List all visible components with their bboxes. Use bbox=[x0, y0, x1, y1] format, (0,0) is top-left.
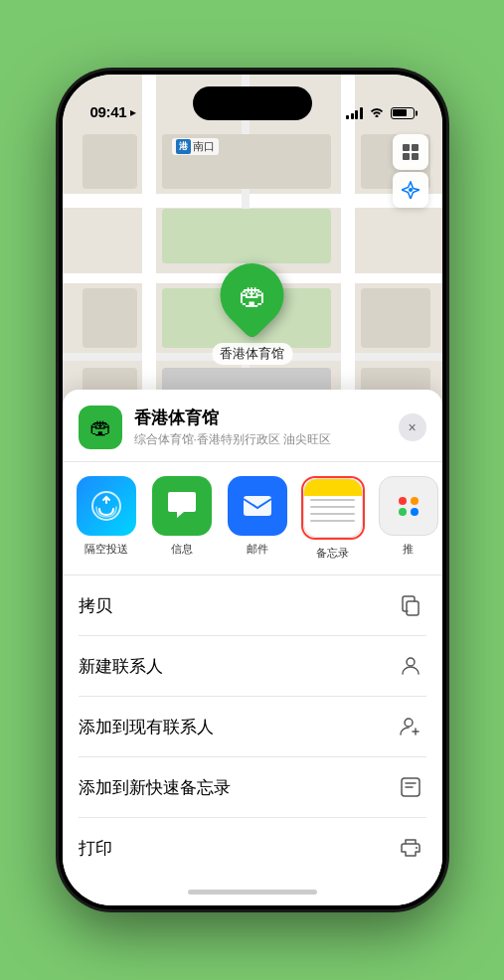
svg-point-4 bbox=[409, 188, 413, 192]
phone-frame: 09:41 ▸ bbox=[59, 71, 446, 909]
copy-icon bbox=[395, 589, 426, 621]
more-label: 推 bbox=[403, 542, 414, 557]
new-contact-label: 新建联系人 bbox=[79, 655, 163, 678]
svg-rect-3 bbox=[412, 153, 419, 160]
quick-note-label: 添加到新快速备忘录 bbox=[79, 776, 231, 799]
phone-screen: 09:41 ▸ bbox=[63, 75, 442, 905]
close-button[interactable]: × bbox=[399, 413, 426, 441]
action-add-contact[interactable]: 添加到现有联系人 bbox=[79, 697, 426, 757]
action-list: 拷贝 新建联系人 添加到现有联系人 bbox=[63, 575, 442, 878]
mail-icon bbox=[228, 476, 287, 536]
home-indicator bbox=[63, 878, 442, 905]
share-app-notes[interactable]: 备忘录 bbox=[301, 476, 365, 561]
notes-lines bbox=[310, 499, 354, 522]
share-app-mail[interactable]: 邮件 bbox=[226, 476, 289, 561]
battery-icon bbox=[391, 107, 415, 119]
status-icons bbox=[346, 105, 415, 120]
messages-label: 信息 bbox=[171, 542, 193, 557]
quick-note-icon bbox=[395, 771, 426, 803]
airdrop-label: 隔空投送 bbox=[84, 542, 128, 557]
svg-point-8 bbox=[407, 658, 415, 666]
venue-icon: 🏟 bbox=[79, 406, 122, 449]
location-button[interactable] bbox=[393, 172, 428, 208]
airdrop-icon bbox=[77, 476, 136, 536]
share-app-airdrop[interactable]: 隔空投送 bbox=[75, 476, 138, 561]
print-icon bbox=[395, 832, 426, 864]
location-info: 香港体育馆 综合体育馆·香港特别行政区 油尖旺区 bbox=[134, 407, 399, 448]
map-label-south-entrance: 港 南口 bbox=[172, 138, 219, 155]
stadium-pin: 🏟 香港体育馆 bbox=[212, 263, 292, 365]
copy-label: 拷贝 bbox=[79, 594, 112, 617]
svg-rect-7 bbox=[407, 601, 419, 615]
more-icon bbox=[379, 476, 438, 536]
location-header: 🏟 香港体育馆 综合体育馆·香港特别行政区 油尖旺区 × bbox=[63, 390, 442, 462]
share-apps-row: 隔空投送 信息 邮件 bbox=[63, 462, 442, 575]
notes-selected-border bbox=[301, 476, 365, 540]
messages-icon bbox=[152, 476, 212, 536]
action-copy[interactable]: 拷贝 bbox=[79, 575, 426, 636]
dynamic-island bbox=[193, 86, 312, 120]
share-app-more[interactable]: 推 bbox=[377, 476, 440, 561]
new-contact-icon bbox=[395, 650, 426, 682]
venue-subtitle: 综合体育馆·香港特别行政区 油尖旺区 bbox=[134, 431, 399, 448]
action-new-contact[interactable]: 新建联系人 bbox=[79, 636, 426, 697]
notes-icon bbox=[303, 478, 363, 538]
bottom-sheet: 🏟 香港体育馆 综合体育馆·香港特别行政区 油尖旺区 × 隔空投送 bbox=[63, 390, 442, 905]
home-bar bbox=[188, 890, 317, 895]
wifi-icon bbox=[369, 105, 385, 120]
pin-bubble: 🏟 bbox=[207, 250, 297, 341]
subway-badge: 港 bbox=[176, 139, 191, 154]
svg-point-11 bbox=[416, 847, 418, 849]
svg-rect-1 bbox=[412, 144, 419, 151]
action-quick-note[interactable]: 添加到新快速备忘录 bbox=[79, 757, 426, 818]
svg-rect-2 bbox=[403, 153, 410, 160]
signal-icon bbox=[346, 107, 363, 119]
map-layers-button[interactable] bbox=[393, 134, 428, 170]
share-app-messages[interactable]: 信息 bbox=[150, 476, 214, 561]
add-contact-label: 添加到现有联系人 bbox=[79, 716, 214, 738]
notes-label: 备忘录 bbox=[316, 546, 349, 561]
mail-label: 邮件 bbox=[247, 542, 268, 557]
action-print[interactable]: 打印 bbox=[79, 818, 426, 878]
pin-label: 香港体育馆 bbox=[212, 343, 292, 365]
svg-rect-0 bbox=[403, 144, 410, 151]
svg-rect-6 bbox=[244, 496, 271, 516]
map-controls bbox=[393, 134, 428, 208]
status-time: 09:41 bbox=[90, 103, 127, 120]
venue-name: 香港体育馆 bbox=[134, 407, 399, 429]
print-label: 打印 bbox=[79, 837, 112, 860]
location-arrow-icon: ▸ bbox=[130, 105, 136, 119]
svg-point-9 bbox=[405, 719, 413, 727]
add-contact-icon bbox=[395, 711, 426, 742]
stadium-icon: 🏟 bbox=[239, 279, 266, 312]
